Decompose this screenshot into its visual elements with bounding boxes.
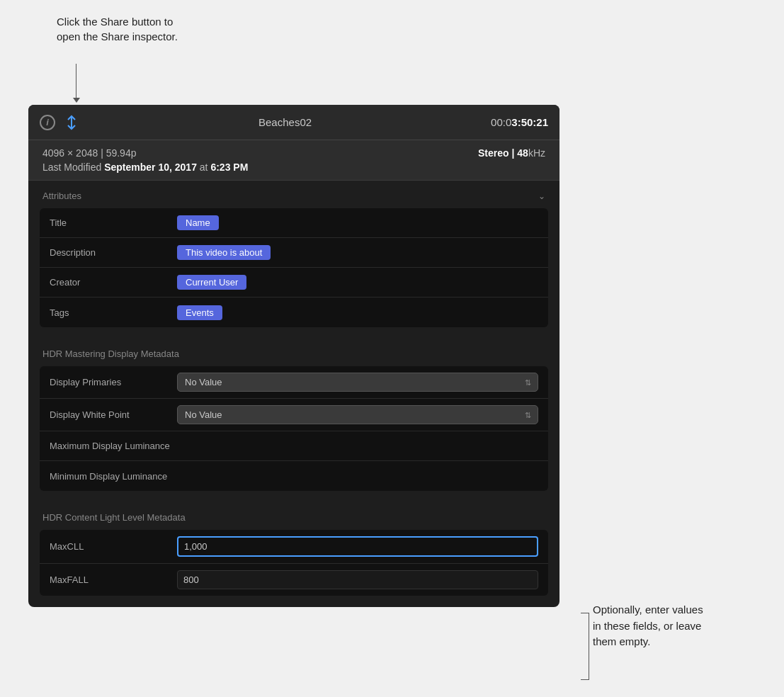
attributes-section: Attributes ⌄ Title Name Description This…: [28, 181, 559, 339]
resolution-text: 4096 × 2048 | 59.94p: [42, 147, 136, 159]
callout-arrow-top: [73, 98, 80, 103]
title-field-row: Title Name: [40, 208, 548, 238]
hdr-mastering-fields: Display Primaries No Value Display White…: [40, 366, 548, 491]
info-bar: 4096 × 2048 | 59.94p Stereo | 48kHz Last…: [28, 140, 559, 181]
min-luminance-row: Minimum Display Luminance: [40, 461, 548, 491]
audio-text: Stereo | 48kHz: [478, 147, 545, 159]
info-icon[interactable]: i: [40, 115, 55, 130]
maxcll-row: MaxCLL: [40, 530, 548, 564]
min-luminance-label: Minimum Display Luminance: [50, 471, 177, 482]
display-white-point-label: Display White Point: [50, 409, 177, 420]
description-label: Description: [50, 247, 177, 258]
title-value: Name: [177, 215, 538, 230]
tags-field-row: Tags Events: [40, 298, 548, 327]
hdr-mastering-label: HDR Mastering Display Metadata: [42, 348, 179, 359]
header-icons: i: [40, 115, 79, 130]
modified-text: Last Modified September 10, 2017 at 6:23…: [42, 162, 545, 173]
maxcll-input[interactable]: [177, 536, 538, 557]
chevron-down-icon[interactable]: ⌄: [538, 191, 545, 201]
attributes-section-header: Attributes ⌄: [40, 181, 548, 208]
callout-top-text: Click the Share button to open the Share…: [57, 16, 178, 42]
info-row1: 4096 × 2048 | 59.94p Stereo | 48kHz: [42, 147, 545, 159]
hdr-content-section: HDR Content Light Level Metadata MaxCLL …: [28, 502, 559, 607]
creator-field-row: Creator Current User: [40, 268, 548, 298]
inspector-panel: i Beaches02 00:03:50:21 4096: [28, 105, 559, 607]
share-icon[interactable]: [64, 115, 79, 130]
hdr-mastering-section: HDR Mastering Display Metadata Display P…: [28, 339, 559, 502]
creator-label: Creator: [50, 277, 177, 288]
display-white-point-value: No Value: [177, 405, 538, 424]
title-token[interactable]: Name: [177, 215, 219, 230]
attributes-fields: Title Name Description This video is abo…: [40, 208, 548, 327]
maxfall-input[interactable]: [177, 570, 538, 589]
description-token[interactable]: This video is about: [177, 245, 271, 260]
max-luminance-input[interactable]: [177, 439, 538, 453]
hdr-content-label: HDR Content Light Level Metadata: [42, 512, 186, 523]
max-luminance-label: Maximum Display Luminance: [50, 441, 177, 451]
page-wrapper: Click the Share button to open the Share…: [14, 14, 770, 697]
max-luminance-value: [177, 439, 538, 453]
max-luminance-row: Maximum Display Luminance: [40, 431, 548, 461]
display-primaries-row: Display Primaries No Value: [40, 366, 548, 399]
maxcll-value: [177, 536, 538, 557]
tags-token[interactable]: Events: [177, 305, 222, 320]
hdr-mastering-header: HDR Mastering Display Metadata: [40, 339, 548, 366]
maxcll-label: MaxCLL: [50, 541, 177, 552]
title-label: Title: [50, 217, 177, 228]
attributes-label: Attributes: [42, 191, 81, 201]
creator-value: Current User: [177, 275, 538, 290]
display-primaries-value: No Value: [177, 373, 538, 392]
tags-value: Events: [177, 305, 538, 320]
description-field-row: Description This video is about: [40, 238, 548, 268]
description-value: This video is about: [177, 245, 538, 260]
min-luminance-value: [177, 470, 538, 483]
header-timecode: 00:03:50:21: [491, 116, 548, 128]
callout-right: Optionally, enter values in these fields…: [593, 602, 763, 650]
maxfall-label: MaxFALL: [50, 574, 177, 585]
callout-brace: [581, 613, 589, 680]
display-primaries-label: Display Primaries: [50, 377, 177, 387]
display-white-point-row: Display White Point No Value: [40, 399, 548, 431]
hdr-content-header: HDR Content Light Level Metadata: [40, 502, 548, 530]
maxfall-row: MaxFALL: [40, 564, 548, 596]
creator-token[interactable]: Current User: [177, 275, 246, 290]
callout-top: Click the Share button to open the Share…: [57, 14, 227, 44]
header-title: Beaches02: [79, 116, 491, 128]
display-white-point-select[interactable]: No Value: [177, 405, 538, 424]
display-primaries-select[interactable]: No Value: [177, 373, 538, 392]
tags-label: Tags: [50, 307, 177, 318]
maxfall-value: [177, 570, 538, 589]
inspector-header: i Beaches02 00:03:50:21: [28, 105, 559, 140]
callout-right-text: Optionally, enter values in these fields…: [593, 604, 703, 647]
hdr-content-fields: MaxCLL MaxFALL: [40, 530, 548, 596]
callout-line-top: [76, 64, 76, 99]
min-luminance-input[interactable]: [177, 470, 538, 483]
